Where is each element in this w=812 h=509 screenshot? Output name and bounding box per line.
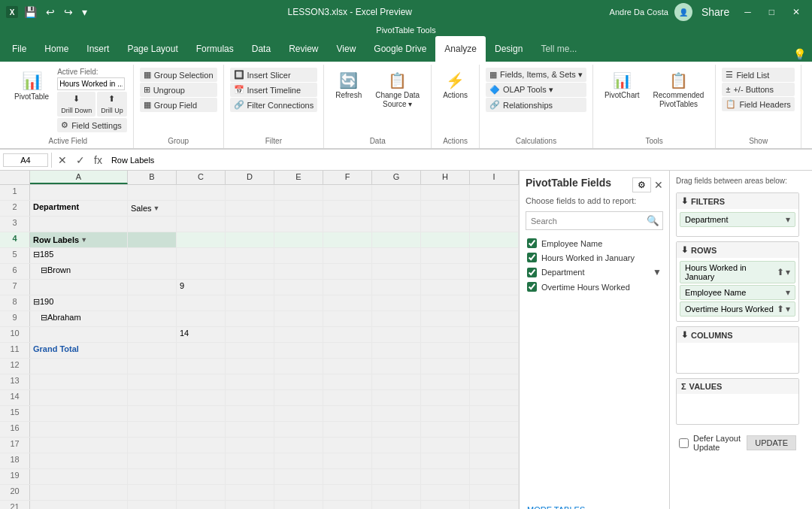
col-header-g[interactable]: G <box>372 171 421 184</box>
cell-h4[interactable] <box>421 232 470 247</box>
cell-c1[interactable] <box>177 185 226 200</box>
cell-i5[interactable] <box>470 248 519 263</box>
pivot-field-check-overtime[interactable] <box>527 282 537 292</box>
rows-employee-dropdown-icon[interactable]: ▾ <box>786 287 790 298</box>
cell-g6[interactable] <box>372 264 421 279</box>
cell-b7[interactable] <box>128 280 177 295</box>
drill-down-button[interactable]: ⬇ Drill Down <box>57 92 95 117</box>
pivot-field-check-department[interactable] <box>527 268 537 277</box>
cell-i3[interactable] <box>470 217 519 232</box>
cell-b6[interactable] <box>128 264 177 279</box>
filter-dropdown-icon[interactable]: ▼ <box>153 205 160 212</box>
cell-c4[interactable] <box>177 232 226 247</box>
group-field-button[interactable]: ▦ Group Field <box>140 98 217 112</box>
tab-tell-me[interactable]: Tell me... <box>532 36 586 62</box>
cell-f2[interactable] <box>323 201 372 216</box>
cell-f11[interactable] <box>323 343 372 358</box>
cancel-formula-button[interactable]: ✕ <box>55 153 70 168</box>
cell-d8[interactable] <box>226 295 274 311</box>
cell-h8[interactable] <box>421 295 470 311</box>
update-button[interactable]: UPDATE <box>747 435 796 450</box>
cell-e7[interactable] <box>274 280 323 295</box>
pivot-field-hours-worked[interactable]: Hours Worked in January <box>526 250 663 265</box>
cell-c2[interactable] <box>177 201 226 216</box>
cell-d6[interactable] <box>226 264 274 279</box>
filter-connections-button[interactable]: 🔗 Filter Connections <box>230 98 318 112</box>
cell-b8[interactable] <box>128 295 177 311</box>
pivot-field-check-hours[interactable] <box>527 253 537 262</box>
grid[interactable]: 1 2 Department Sales ▼ <box>0 185 519 509</box>
cell-b9[interactable] <box>128 311 177 326</box>
cell-f4[interactable] <box>323 232 372 247</box>
cell-g3[interactable] <box>372 217 421 232</box>
cell-g8[interactable] <box>372 295 421 311</box>
rows-overtime-settings-icon[interactable]: ⬆ <box>777 304 784 314</box>
rows-field-employee-name[interactable]: Employee Name ▾ <box>680 285 795 300</box>
cell-h5[interactable] <box>421 248 470 263</box>
field-settings-button[interactable]: ⚙ Field Settings <box>57 118 127 132</box>
cell-i8[interactable] <box>470 295 519 311</box>
cell-i6[interactable] <box>470 264 519 279</box>
cell-d11[interactable] <box>226 343 274 358</box>
insert-slicer-button[interactable]: 🔲 Insert Slicer <box>230 68 318 82</box>
cell-e3[interactable] <box>274 217 323 232</box>
cell-g9[interactable] <box>372 311 421 326</box>
close-button[interactable]: ✕ <box>786 5 806 19</box>
tab-google-drive[interactable]: Google Drive <box>365 36 435 62</box>
insert-function-button[interactable]: fx <box>91 153 105 168</box>
active-field-input[interactable] <box>57 77 125 90</box>
cell-e9[interactable] <box>274 311 323 326</box>
formula-input[interactable] <box>108 154 809 166</box>
pivotchart-button[interactable]: 📊 PivotChart <box>599 68 645 104</box>
cell-b11[interactable] <box>128 343 177 358</box>
cell-d10[interactable] <box>226 327 274 342</box>
cell-a7[interactable] <box>30 280 128 295</box>
rows-field-hours-worked[interactable]: Hours Worked in January ⬆ ▾ <box>680 261 795 283</box>
cell-a12[interactable] <box>30 359 128 374</box>
cell-f9[interactable] <box>323 311 372 326</box>
redo-button[interactable]: ↪ <box>61 5 76 20</box>
field-list-button[interactable]: ☰ Field List <box>722 68 794 82</box>
cell-b5[interactable] <box>128 248 177 263</box>
cell-c7[interactable]: 9 <box>177 280 226 295</box>
cell-d4[interactable] <box>226 232 274 247</box>
cell-a1[interactable] <box>30 185 128 200</box>
cell-f5[interactable] <box>323 248 372 263</box>
cell-h7[interactable] <box>421 280 470 295</box>
cell-c6[interactable] <box>177 264 226 279</box>
pivottable-button[interactable]: 📊 PivotTable <box>9 68 54 105</box>
cell-b2[interactable]: Sales ▼ <box>128 201 177 216</box>
cell-h1[interactable] <box>421 185 470 200</box>
tab-design[interactable]: Design <box>486 36 532 62</box>
recommended-pivottables-button[interactable]: 📋 RecommendedPivotTables <box>648 68 710 113</box>
cell-h3[interactable] <box>421 217 470 232</box>
tab-analyze[interactable]: Analyze <box>435 36 486 62</box>
cell-g7[interactable] <box>372 280 421 295</box>
cell-f1[interactable] <box>323 185 372 200</box>
cell-e11[interactable] <box>274 343 323 358</box>
cell-e4[interactable] <box>274 232 323 247</box>
cell-d5[interactable] <box>226 248 274 263</box>
cell-e1[interactable] <box>274 185 323 200</box>
pivot-field-overtime[interactable]: Overtime Hours Worked <box>526 280 663 294</box>
cell-i10[interactable] <box>470 327 519 342</box>
pivot-search-button[interactable]: 🔍 <box>644 212 662 229</box>
col-header-e[interactable]: E <box>274 171 323 184</box>
help-icon[interactable]: 💡 <box>790 47 809 62</box>
relationships-button[interactable]: 🔗 Relationships <box>486 98 586 112</box>
cell-i2[interactable] <box>470 201 519 216</box>
change-data-source-button[interactable]: 📋 Change DataSource ▾ <box>370 68 425 113</box>
cell-a4[interactable]: Row Labels ▼ <box>30 232 128 247</box>
cell-d7[interactable] <box>226 280 274 295</box>
pivot-settings-button[interactable]: ⚙ <box>632 177 651 192</box>
cell-e6[interactable] <box>274 264 323 279</box>
pivot-close-button[interactable]: ✕ <box>654 177 663 192</box>
cell-g5[interactable] <box>372 248 421 263</box>
cell-i1[interactable] <box>470 185 519 200</box>
cell-i7[interactable] <box>470 280 519 295</box>
refresh-button[interactable]: 🔄 Refresh <box>330 68 367 104</box>
tab-insert[interactable]: Insert <box>77 36 118 62</box>
filter-field-dropdown-icon[interactable]: ▾ <box>786 214 790 225</box>
cell-i9[interactable] <box>470 311 519 326</box>
cell-a10[interactable] <box>30 327 128 342</box>
